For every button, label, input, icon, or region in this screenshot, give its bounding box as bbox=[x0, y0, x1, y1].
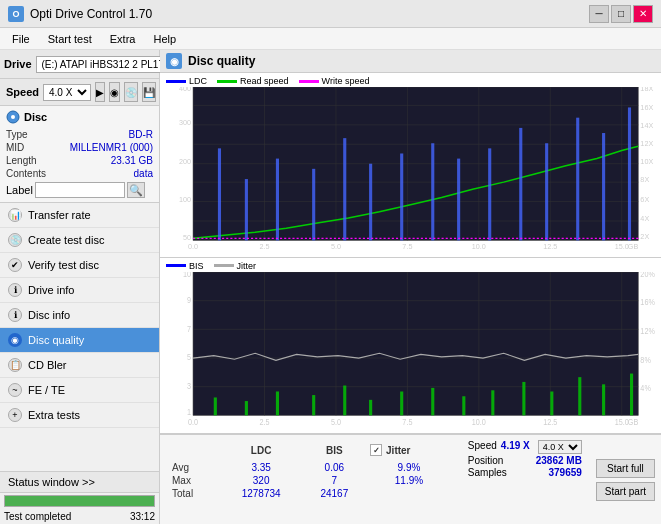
disc-info-icon: ℹ bbox=[8, 308, 22, 322]
menu-help[interactable]: Help bbox=[145, 31, 184, 47]
svg-text:8%: 8% bbox=[640, 355, 651, 365]
svg-text:9: 9 bbox=[187, 295, 191, 305]
svg-rect-53 bbox=[545, 143, 548, 240]
avg-label: Avg bbox=[168, 461, 220, 474]
write-speed-legend-item: Write speed bbox=[299, 76, 370, 86]
svg-text:7: 7 bbox=[187, 324, 191, 334]
menu-extra[interactable]: Extra bbox=[102, 31, 144, 47]
speed-dropdown[interactable]: 4.0 X bbox=[43, 84, 91, 101]
sidebar-item-label: Extra tests bbox=[28, 409, 80, 421]
svg-text:10: 10 bbox=[183, 272, 192, 279]
svg-rect-104 bbox=[578, 377, 581, 415]
progress-bar-container bbox=[4, 495, 155, 507]
svg-text:4X: 4X bbox=[640, 214, 649, 223]
svg-text:GB: GB bbox=[628, 417, 638, 427]
sidebar-item-label: Disc info bbox=[28, 309, 70, 321]
ldc-legend-dot bbox=[166, 80, 186, 83]
svg-text:300: 300 bbox=[179, 118, 191, 127]
svg-rect-102 bbox=[522, 382, 525, 415]
disc-mid-row: MID MILLENMR1 (000) bbox=[6, 141, 153, 154]
speed-select[interactable]: 4.0 X bbox=[538, 440, 582, 454]
sidebar-item-drive-info[interactable]: ℹ Drive info bbox=[0, 278, 159, 303]
svg-text:2X: 2X bbox=[640, 232, 649, 241]
samples-value: 379659 bbox=[548, 467, 581, 478]
bis-legend-label: BIS bbox=[189, 261, 204, 271]
sidebar-item-disc-info[interactable]: ℹ Disc info bbox=[0, 303, 159, 328]
svg-text:0.0: 0.0 bbox=[188, 417, 199, 427]
ldc-legend-label: LDC bbox=[189, 76, 207, 86]
verify-test-disc-icon: ✔ bbox=[8, 258, 22, 272]
sidebar-item-extra-tests[interactable]: + Extra tests bbox=[0, 403, 159, 428]
svg-text:400: 400 bbox=[179, 87, 191, 93]
speed-value: 4.19 X bbox=[501, 440, 530, 454]
col-header-empty bbox=[168, 439, 220, 461]
sidebar-item-verify-test-disc[interactable]: ✔ Verify test disc bbox=[0, 253, 159, 278]
samples-row: Samples 379659 bbox=[468, 467, 582, 478]
max-label: Max bbox=[168, 474, 220, 487]
disc-button[interactable]: ◉ bbox=[109, 82, 120, 102]
disc-label-input[interactable] bbox=[35, 182, 125, 198]
disc-quality-icon: ◉ bbox=[8, 333, 22, 347]
menu-file[interactable]: File bbox=[4, 31, 38, 47]
svg-text:10.0: 10.0 bbox=[472, 242, 486, 251]
table-row-total: Total 1278734 24167 bbox=[168, 487, 452, 500]
menu-start-test[interactable]: Start test bbox=[40, 31, 100, 47]
read-speed-legend-dot bbox=[217, 80, 237, 83]
samples-label: Samples bbox=[468, 467, 507, 478]
jitter-checkbox[interactable]: ✓ bbox=[370, 444, 382, 456]
content-area: ◉ Disc quality LDC Read speed bbox=[160, 50, 661, 524]
table-row-max: Max 320 7 11.9% bbox=[168, 474, 452, 487]
start-part-button[interactable]: Start part bbox=[596, 482, 655, 501]
save-button[interactable]: 💾 bbox=[142, 82, 156, 102]
avg-ldc: 3.35 bbox=[220, 461, 303, 474]
sidebar-item-create-test-disc[interactable]: 💿 Create test disc bbox=[0, 228, 159, 253]
charts-area: LDC Read speed Write speed bbox=[160, 73, 661, 434]
svg-rect-55 bbox=[602, 133, 605, 240]
sidebar-item-cd-bler[interactable]: 📋 CD Bler bbox=[0, 353, 159, 378]
create-test-disc-icon: 💿 bbox=[8, 233, 22, 247]
bis-legend-item: BIS bbox=[166, 261, 204, 271]
svg-text:8X: 8X bbox=[640, 175, 649, 184]
disc-quality-icon: ◉ bbox=[166, 53, 182, 69]
minimize-button[interactable]: ─ bbox=[589, 5, 609, 23]
svg-rect-103 bbox=[550, 391, 553, 415]
max-ldc: 320 bbox=[220, 474, 303, 487]
disc-type-label: Type bbox=[6, 129, 28, 140]
svg-text:200: 200 bbox=[179, 157, 191, 166]
sidebar-item-disc-quality[interactable]: ◉ Disc quality bbox=[0, 328, 159, 353]
svg-text:10X: 10X bbox=[640, 157, 653, 166]
menubar: File Start test Extra Help bbox=[0, 28, 661, 50]
svg-rect-101 bbox=[491, 390, 494, 415]
jitter-legend-item: Jitter bbox=[214, 261, 257, 271]
write-speed-legend-label: Write speed bbox=[322, 76, 370, 86]
sidebar-item-label: Drive info bbox=[28, 284, 74, 296]
sidebar-item-transfer-rate[interactable]: 📊 Transfer rate bbox=[0, 203, 159, 228]
svg-text:12.5: 12.5 bbox=[543, 242, 557, 251]
action-buttons: Start full Start part bbox=[590, 435, 661, 524]
svg-rect-93 bbox=[245, 401, 248, 415]
status-time: 33:12 bbox=[130, 511, 155, 522]
sidebar-item-fe-te[interactable]: ~ FE / TE bbox=[0, 378, 159, 403]
total-bis: 24167 bbox=[303, 487, 366, 500]
read-speed-legend-item: Read speed bbox=[217, 76, 289, 86]
svg-text:7.5: 7.5 bbox=[402, 242, 412, 251]
drive-label: Drive bbox=[4, 58, 32, 70]
speed-value-label: Speed bbox=[468, 440, 497, 454]
disc-label-button[interactable]: 🔍 bbox=[127, 182, 145, 198]
ldc-legend-item: LDC bbox=[166, 76, 207, 86]
svg-text:3: 3 bbox=[187, 381, 191, 391]
maximize-button[interactable]: □ bbox=[611, 5, 631, 23]
drive-info-icon: ℹ bbox=[8, 283, 22, 297]
svg-text:12X: 12X bbox=[640, 139, 653, 148]
chart1-legend: LDC Read speed Write speed bbox=[162, 75, 659, 87]
sidebar-item-label: FE / TE bbox=[28, 384, 65, 396]
total-ldc: 1278734 bbox=[220, 487, 303, 500]
close-button[interactable]: ✕ bbox=[633, 5, 653, 23]
svg-rect-58 bbox=[193, 272, 638, 415]
svg-rect-100 bbox=[462, 396, 465, 415]
disc2-button[interactable]: 💿 bbox=[124, 82, 138, 102]
speed-arrow-button[interactable]: ▶ bbox=[95, 82, 105, 102]
disc-type-row: Type BD-R bbox=[6, 128, 153, 141]
start-full-button[interactable]: Start full bbox=[596, 459, 655, 478]
status-window-button[interactable]: Status window >> bbox=[0, 472, 159, 493]
